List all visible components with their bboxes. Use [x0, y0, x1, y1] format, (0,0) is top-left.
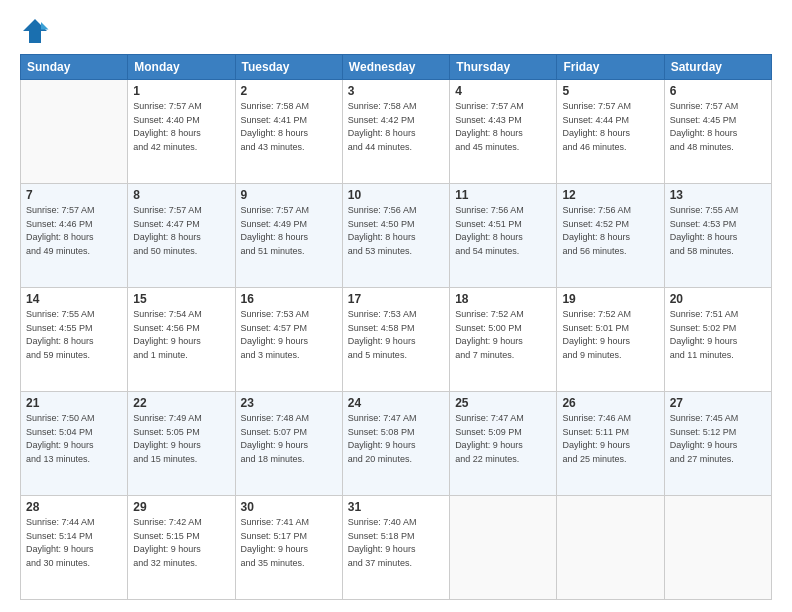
day-number: 1 [133, 84, 229, 98]
day-info: Sunrise: 7:58 AM Sunset: 4:41 PM Dayligh… [241, 100, 337, 154]
svg-marker-1 [41, 22, 49, 30]
calendar-cell: 11Sunrise: 7:56 AM Sunset: 4:51 PM Dayli… [450, 184, 557, 288]
day-info: Sunrise: 7:54 AM Sunset: 4:56 PM Dayligh… [133, 308, 229, 362]
day-number: 22 [133, 396, 229, 410]
day-info: Sunrise: 7:57 AM Sunset: 4:46 PM Dayligh… [26, 204, 122, 258]
day-number: 23 [241, 396, 337, 410]
day-info: Sunrise: 7:40 AM Sunset: 5:18 PM Dayligh… [348, 516, 444, 570]
calendar-cell: 6Sunrise: 7:57 AM Sunset: 4:45 PM Daylig… [664, 80, 771, 184]
day-info: Sunrise: 7:46 AM Sunset: 5:11 PM Dayligh… [562, 412, 658, 466]
calendar-cell [664, 496, 771, 600]
day-info: Sunrise: 7:47 AM Sunset: 5:09 PM Dayligh… [455, 412, 551, 466]
calendar-cell: 4Sunrise: 7:57 AM Sunset: 4:43 PM Daylig… [450, 80, 557, 184]
day-number: 4 [455, 84, 551, 98]
day-info: Sunrise: 7:45 AM Sunset: 5:12 PM Dayligh… [670, 412, 766, 466]
day-info: Sunrise: 7:51 AM Sunset: 5:02 PM Dayligh… [670, 308, 766, 362]
calendar-cell: 22Sunrise: 7:49 AM Sunset: 5:05 PM Dayli… [128, 392, 235, 496]
weekday-header-saturday: Saturday [664, 55, 771, 80]
day-number: 21 [26, 396, 122, 410]
calendar-cell: 1Sunrise: 7:57 AM Sunset: 4:40 PM Daylig… [128, 80, 235, 184]
calendar-cell: 28Sunrise: 7:44 AM Sunset: 5:14 PM Dayli… [21, 496, 128, 600]
weekday-header-monday: Monday [128, 55, 235, 80]
calendar-cell: 20Sunrise: 7:51 AM Sunset: 5:02 PM Dayli… [664, 288, 771, 392]
calendar-cell: 25Sunrise: 7:47 AM Sunset: 5:09 PM Dayli… [450, 392, 557, 496]
day-number: 28 [26, 500, 122, 514]
day-info: Sunrise: 7:57 AM Sunset: 4:43 PM Dayligh… [455, 100, 551, 154]
header [20, 16, 772, 46]
day-info: Sunrise: 7:57 AM Sunset: 4:40 PM Dayligh… [133, 100, 229, 154]
calendar-cell: 21Sunrise: 7:50 AM Sunset: 5:04 PM Dayli… [21, 392, 128, 496]
day-info: Sunrise: 7:41 AM Sunset: 5:17 PM Dayligh… [241, 516, 337, 570]
day-number: 16 [241, 292, 337, 306]
day-number: 11 [455, 188, 551, 202]
day-info: Sunrise: 7:56 AM Sunset: 4:52 PM Dayligh… [562, 204, 658, 258]
calendar-cell: 3Sunrise: 7:58 AM Sunset: 4:42 PM Daylig… [342, 80, 449, 184]
calendar-cell [450, 496, 557, 600]
week-row-0: 1Sunrise: 7:57 AM Sunset: 4:40 PM Daylig… [21, 80, 772, 184]
day-info: Sunrise: 7:49 AM Sunset: 5:05 PM Dayligh… [133, 412, 229, 466]
day-info: Sunrise: 7:57 AM Sunset: 4:47 PM Dayligh… [133, 204, 229, 258]
day-info: Sunrise: 7:56 AM Sunset: 4:51 PM Dayligh… [455, 204, 551, 258]
calendar-cell: 14Sunrise: 7:55 AM Sunset: 4:55 PM Dayli… [21, 288, 128, 392]
day-number: 31 [348, 500, 444, 514]
calendar-cell: 7Sunrise: 7:57 AM Sunset: 4:46 PM Daylig… [21, 184, 128, 288]
calendar-cell: 15Sunrise: 7:54 AM Sunset: 4:56 PM Dayli… [128, 288, 235, 392]
calendar-cell: 5Sunrise: 7:57 AM Sunset: 4:44 PM Daylig… [557, 80, 664, 184]
calendar-cell: 13Sunrise: 7:55 AM Sunset: 4:53 PM Dayli… [664, 184, 771, 288]
calendar-cell: 24Sunrise: 7:47 AM Sunset: 5:08 PM Dayli… [342, 392, 449, 496]
day-number: 10 [348, 188, 444, 202]
logo-icon [20, 16, 50, 46]
day-number: 29 [133, 500, 229, 514]
day-info: Sunrise: 7:50 AM Sunset: 5:04 PM Dayligh… [26, 412, 122, 466]
day-number: 2 [241, 84, 337, 98]
calendar-cell: 18Sunrise: 7:52 AM Sunset: 5:00 PM Dayli… [450, 288, 557, 392]
day-number: 15 [133, 292, 229, 306]
calendar-cell: 9Sunrise: 7:57 AM Sunset: 4:49 PM Daylig… [235, 184, 342, 288]
week-row-1: 7Sunrise: 7:57 AM Sunset: 4:46 PM Daylig… [21, 184, 772, 288]
day-number: 14 [26, 292, 122, 306]
weekday-header-row: SundayMondayTuesdayWednesdayThursdayFrid… [21, 55, 772, 80]
day-info: Sunrise: 7:53 AM Sunset: 4:58 PM Dayligh… [348, 308, 444, 362]
logo [20, 16, 54, 46]
day-number: 5 [562, 84, 658, 98]
day-info: Sunrise: 7:56 AM Sunset: 4:50 PM Dayligh… [348, 204, 444, 258]
day-info: Sunrise: 7:57 AM Sunset: 4:44 PM Dayligh… [562, 100, 658, 154]
day-number: 7 [26, 188, 122, 202]
calendar-cell: 29Sunrise: 7:42 AM Sunset: 5:15 PM Dayli… [128, 496, 235, 600]
day-info: Sunrise: 7:42 AM Sunset: 5:15 PM Dayligh… [133, 516, 229, 570]
day-info: Sunrise: 7:53 AM Sunset: 4:57 PM Dayligh… [241, 308, 337, 362]
calendar-cell: 19Sunrise: 7:52 AM Sunset: 5:01 PM Dayli… [557, 288, 664, 392]
calendar-cell: 10Sunrise: 7:56 AM Sunset: 4:50 PM Dayli… [342, 184, 449, 288]
calendar-cell: 26Sunrise: 7:46 AM Sunset: 5:11 PM Dayli… [557, 392, 664, 496]
calendar-cell: 16Sunrise: 7:53 AM Sunset: 4:57 PM Dayli… [235, 288, 342, 392]
calendar-cell: 30Sunrise: 7:41 AM Sunset: 5:17 PM Dayli… [235, 496, 342, 600]
page: SundayMondayTuesdayWednesdayThursdayFrid… [0, 0, 792, 612]
day-number: 3 [348, 84, 444, 98]
day-number: 26 [562, 396, 658, 410]
svg-marker-0 [23, 19, 47, 43]
day-info: Sunrise: 7:58 AM Sunset: 4:42 PM Dayligh… [348, 100, 444, 154]
calendar-cell: 17Sunrise: 7:53 AM Sunset: 4:58 PM Dayli… [342, 288, 449, 392]
day-number: 30 [241, 500, 337, 514]
weekday-header-thursday: Thursday [450, 55, 557, 80]
day-info: Sunrise: 7:48 AM Sunset: 5:07 PM Dayligh… [241, 412, 337, 466]
calendar-cell: 23Sunrise: 7:48 AM Sunset: 5:07 PM Dayli… [235, 392, 342, 496]
calendar-cell [557, 496, 664, 600]
calendar-table: SundayMondayTuesdayWednesdayThursdayFrid… [20, 54, 772, 600]
week-row-4: 28Sunrise: 7:44 AM Sunset: 5:14 PM Dayli… [21, 496, 772, 600]
calendar-cell: 8Sunrise: 7:57 AM Sunset: 4:47 PM Daylig… [128, 184, 235, 288]
day-number: 20 [670, 292, 766, 306]
day-number: 12 [562, 188, 658, 202]
week-row-3: 21Sunrise: 7:50 AM Sunset: 5:04 PM Dayli… [21, 392, 772, 496]
day-number: 24 [348, 396, 444, 410]
day-number: 18 [455, 292, 551, 306]
calendar-cell: 12Sunrise: 7:56 AM Sunset: 4:52 PM Dayli… [557, 184, 664, 288]
weekday-header-friday: Friday [557, 55, 664, 80]
day-number: 27 [670, 396, 766, 410]
calendar-cell: 27Sunrise: 7:45 AM Sunset: 5:12 PM Dayli… [664, 392, 771, 496]
week-row-2: 14Sunrise: 7:55 AM Sunset: 4:55 PM Dayli… [21, 288, 772, 392]
day-number: 13 [670, 188, 766, 202]
day-info: Sunrise: 7:44 AM Sunset: 5:14 PM Dayligh… [26, 516, 122, 570]
day-info: Sunrise: 7:57 AM Sunset: 4:49 PM Dayligh… [241, 204, 337, 258]
day-info: Sunrise: 7:57 AM Sunset: 4:45 PM Dayligh… [670, 100, 766, 154]
